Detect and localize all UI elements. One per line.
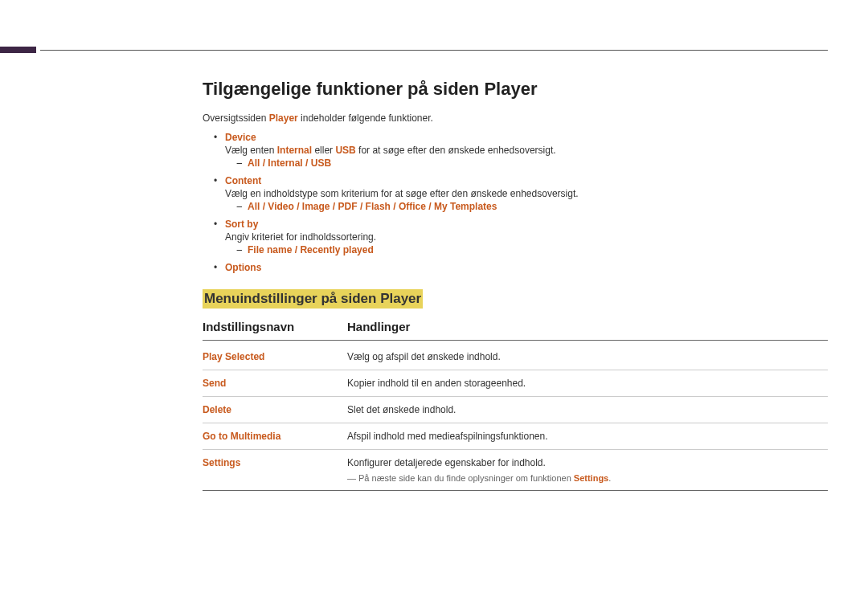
section-heading: Menuindstillinger på siden Player — [203, 289, 423, 309]
table-row: Go to Multimedia Afspil indhold med medi… — [203, 423, 828, 450]
feature-list: Device Vælg enten Internal eller USB for… — [214, 132, 828, 273]
row-action: Afspil indhold med medieafspilningsfunkt… — [347, 431, 828, 442]
table-row: Settings Konfigurer detaljerede egenskab… — [203, 450, 828, 491]
accent-bar — [0, 47, 36, 53]
row-note: På næste side kan du finde oplysninger o… — [347, 473, 828, 483]
item-device-desc: Vælg enten Internal eller USB for at søg… — [225, 145, 828, 156]
row-action: Slet det ønskede indhold. — [347, 404, 828, 415]
item-sortby-sub: File name / Recently played — [236, 244, 828, 255]
main-content: Tilgængelige funktioner på siden Player … — [203, 79, 828, 491]
table-row: Delete Slet det ønskede indhold. — [203, 397, 828, 423]
row-action: Vælg og afspil det ønskede indhold. — [347, 351, 828, 362]
intro-text: Oversigtssiden Player indeholder følgend… — [203, 112, 828, 124]
item-content-sub: All / Video / Image / PDF / Flash / Offi… — [236, 201, 828, 212]
table-row: Send Kopier indhold til en anden storage… — [203, 370, 828, 397]
item-content-desc: Vælg en indholdstype som kriterium for a… — [225, 188, 828, 199]
col-header-name: Indstillingsnavn — [203, 320, 347, 333]
row-action: Kopier indhold til en anden storageenhed… — [347, 378, 828, 389]
item-content: Content Vælg en indholdstype som kriteri… — [214, 175, 828, 212]
item-sortby-desc: Angiv kriteriet for indholdssortering. — [225, 231, 828, 243]
item-device: Device Vælg enten Internal eller USB for… — [214, 132, 828, 169]
table-row: Play Selected Vælg og afspil det ønskede… — [203, 344, 828, 370]
settings-table: Indstillingsnavn Handlinger Play Selecte… — [203, 320, 828, 491]
page-title: Tilgængelige funktioner på siden Player — [203, 79, 828, 100]
item-device-sub: All / Internal / USB — [236, 157, 828, 169]
row-name: Settings — [203, 457, 347, 468]
row-name: Delete — [203, 404, 347, 415]
col-header-action: Handlinger — [347, 320, 828, 333]
item-options: Options — [214, 262, 828, 273]
top-rule — [40, 50, 828, 51]
row-name: Go to Multimedia — [203, 431, 347, 442]
row-name: Send — [203, 378, 347, 389]
item-sortby: Sort by Angiv kriteriet for indholdssort… — [214, 219, 828, 255]
table-header: Indstillingsnavn Handlinger — [203, 320, 828, 341]
row-action: Konfigurer detaljerede egenskaber for in… — [347, 457, 828, 483]
row-name: Play Selected — [203, 351, 347, 362]
